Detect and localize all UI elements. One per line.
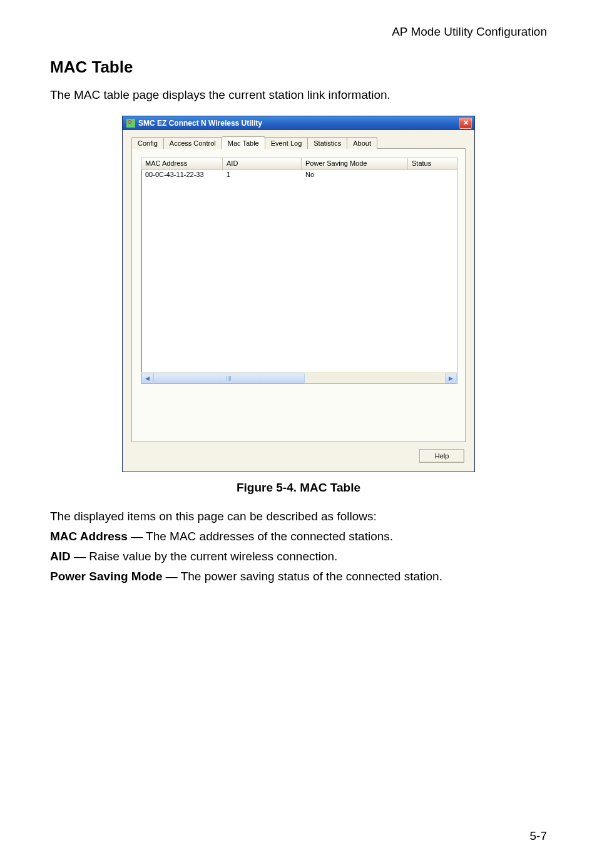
figure-caption: Figure 5-4. MAC Table <box>50 481 547 495</box>
cell-mac: 00-0C-43-11-22-33 <box>141 170 223 179</box>
tab-panel: MAC Address AID Power Saving Mode Status… <box>131 148 466 442</box>
tab-config[interactable]: Config <box>131 137 164 149</box>
tab-mac-table[interactable]: Mac Table <box>222 136 265 149</box>
description-mac-address: MAC Address — The MAC addresses of the c… <box>50 530 547 543</box>
cell-status <box>408 170 457 179</box>
description-intro: The displayed items on this page can be … <box>50 510 547 523</box>
description-power-saving: Power Saving Mode — The power saving sta… <box>50 570 547 583</box>
cell-aid: 1 <box>223 170 302 179</box>
window-body: Config Access Control Mac Table Event Lo… <box>123 130 474 472</box>
tab-access-control[interactable]: Access Control <box>163 137 222 149</box>
titlebar-left: SMC EZ Connect N Wireless Utility <box>126 119 262 128</box>
description-aid: AID — Raise value by the current wireles… <box>50 550 547 563</box>
col-power-saving[interactable]: Power Saving Mode <box>302 158 408 169</box>
utility-window: SMC EZ Connect N Wireless Utility ✕ Conf… <box>122 116 475 472</box>
horizontal-scrollbar[interactable]: ◀ ▶ <box>141 372 457 383</box>
tab-strip: Config Access Control Mac Table Event Lo… <box>131 136 466 149</box>
col-aid[interactable]: AID <box>223 158 302 169</box>
section-title: MAC Table <box>50 58 547 77</box>
close-button[interactable]: ✕ <box>459 118 472 129</box>
button-row: Help <box>131 443 466 463</box>
tab-about[interactable]: About <box>347 137 377 149</box>
page-number: 5-7 <box>530 829 547 843</box>
titlebar: SMC EZ Connect N Wireless Utility ✕ <box>123 116 474 130</box>
app-icon <box>126 119 135 128</box>
rest-mac-address: — The MAC addresses of the connected sta… <box>128 530 393 543</box>
page-header-right: AP Mode Utility Configuration <box>50 25 547 39</box>
rest-power-saving: — The power saving status of the connect… <box>162 570 442 583</box>
scroll-right-button[interactable]: ▶ <box>445 373 457 383</box>
list-header: MAC Address AID Power Saving Mode Status <box>141 158 457 170</box>
term-mac-address: MAC Address <box>50 530 128 543</box>
term-aid: AID <box>50 550 71 563</box>
col-status[interactable]: Status <box>408 158 457 169</box>
window-title: SMC EZ Connect N Wireless Utility <box>138 119 262 128</box>
rest-aid: — Raise value by the current wireless co… <box>71 550 338 563</box>
mac-table-list[interactable]: MAC Address AID Power Saving Mode Status… <box>141 158 457 384</box>
table-row[interactable]: 00-0C-43-11-22-33 1 No <box>141 170 457 179</box>
term-power-saving: Power Saving Mode <box>50 570 162 583</box>
tab-event-log[interactable]: Event Log <box>265 137 309 149</box>
col-mac-address[interactable]: MAC Address <box>141 158 223 169</box>
scroll-track[interactable] <box>153 373 445 383</box>
help-button[interactable]: Help <box>419 449 464 463</box>
scroll-left-button[interactable]: ◀ <box>141 373 153 383</box>
tab-statistics[interactable]: Statistics <box>307 137 347 149</box>
scroll-thumb[interactable] <box>153 373 305 383</box>
intro-text: The MAC table page displays the current … <box>50 88 547 102</box>
cell-psm: No <box>302 170 408 179</box>
